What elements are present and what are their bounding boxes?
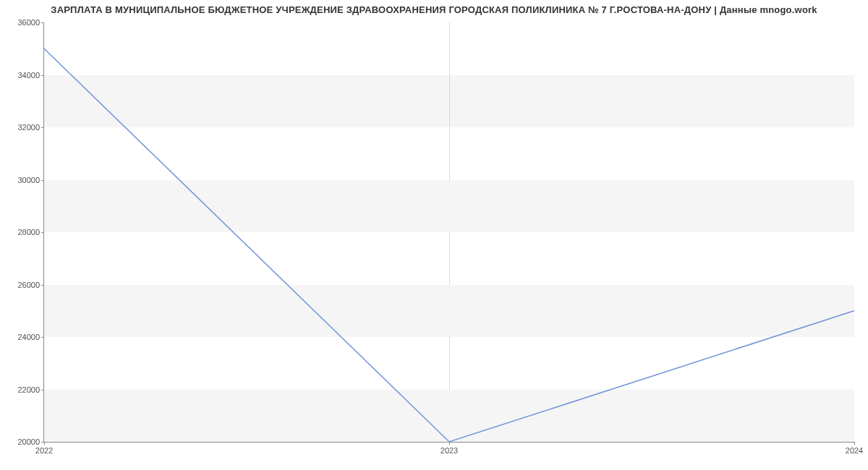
y-tick-label: 34000 (9, 71, 40, 80)
y-tick-label: 22000 (9, 385, 40, 394)
chart-title: ЗАРПЛАТА В МУНИЦИПАЛЬНОЕ БЮДЖЕТНОЕ УЧРЕЖ… (0, 0, 868, 15)
y-tick-label: 26000 (9, 281, 40, 289)
plot-area: 2000022000240002600028000300003200034000… (43, 22, 854, 443)
y-tick-label: 28000 (9, 228, 40, 236)
y-tick (41, 127, 44, 128)
x-tick-label: 2023 (441, 446, 458, 455)
y-tick-label: 24000 (9, 333, 40, 341)
data-line (44, 48, 854, 442)
y-tick (41, 390, 44, 390)
y-tick (41, 337, 44, 338)
line-series (44, 22, 854, 442)
x-tick (854, 442, 855, 445)
y-tick (41, 285, 44, 286)
y-tick (41, 22, 44, 23)
x-tick-label: 2024 (846, 446, 863, 455)
chart-area: 2000022000240002600028000300003200034000… (43, 22, 854, 442)
y-tick (41, 180, 44, 181)
y-tick (41, 232, 44, 233)
x-tick (449, 442, 450, 445)
y-tick-label: 32000 (9, 123, 40, 132)
x-tick (44, 442, 45, 445)
y-tick-label: 36000 (9, 18, 40, 27)
y-tick-label: 20000 (9, 437, 40, 446)
x-tick-label: 2022 (35, 446, 53, 455)
y-tick (41, 75, 44, 76)
y-tick-label: 30000 (9, 176, 40, 184)
